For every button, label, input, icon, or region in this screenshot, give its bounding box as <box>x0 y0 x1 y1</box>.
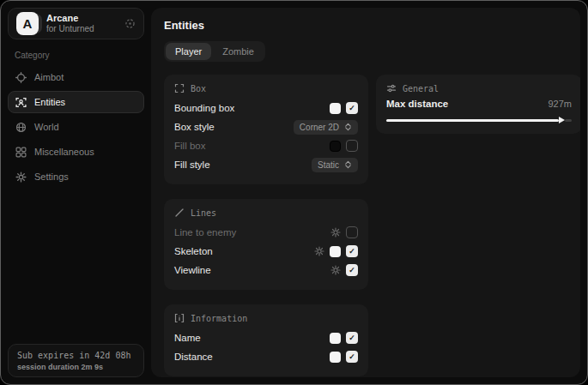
brand-avatar: A <box>16 12 39 35</box>
row-settings-gear-icon[interactable] <box>314 246 324 256</box>
sidebar-nav: Aimbot Entities <box>1 66 151 188</box>
right-column: General Max distance 927m <box>376 75 580 134</box>
app-window: A Arcane for Unturned Category <box>0 0 588 385</box>
color-swatch[interactable] <box>330 103 341 114</box>
viewline-checkbox[interactable] <box>346 264 358 276</box>
main-panel: Entities Player Zombie Box <box>151 8 580 377</box>
setting-row-skeleton: Skeleton <box>174 242 358 261</box>
lines-card: Lines Line to enemy <box>164 199 368 290</box>
name-checkbox[interactable] <box>346 332 358 344</box>
subscription-card: Sub expires in 42d 08h session duration … <box>8 344 144 377</box>
entity-scan-icon <box>15 97 27 108</box>
box-corners-icon <box>174 83 185 93</box>
color-swatch[interactable] <box>330 246 341 257</box>
left-column: Box Bounding box Box style Corner 2D <box>164 75 368 376</box>
tab-zombie[interactable]: Zombie <box>213 43 264 60</box>
lines-card-title: Lines <box>191 208 216 218</box>
slider-track <box>565 119 572 122</box>
slider-thumb[interactable] <box>559 117 565 123</box>
brand-card: A Arcane for Unturned <box>8 8 144 39</box>
general-card: General Max distance 927m <box>376 75 580 134</box>
color-swatch[interactable] <box>330 333 341 344</box>
lines-card-header: Lines <box>174 208 358 218</box>
general-card-title: General <box>403 84 439 93</box>
sidebar-item-label: Aimbot <box>34 72 64 82</box>
information-card-title: Information <box>191 314 247 323</box>
setting-row-distance: Distance <box>174 347 358 366</box>
setting-label: Bounding box <box>174 103 234 113</box>
chevrons-up-down-icon <box>344 160 352 169</box>
globe-icon <box>15 122 27 133</box>
category-label: Category <box>15 51 137 60</box>
information-card-header: Information <box>174 313 358 323</box>
subscription-expiry: Sub expires in 42d 08h <box>17 351 135 360</box>
setting-label: Skeleton <box>174 246 213 256</box>
dropdown-value: Corner 2D <box>300 123 339 132</box>
gear-icon <box>15 171 27 183</box>
page-title: Entities <box>164 19 567 32</box>
brand-name: Arcane <box>46 13 118 24</box>
max-distance-row: Max distance 927m <box>386 99 572 109</box>
sidebar-item-aimbot[interactable]: Aimbot <box>8 66 144 88</box>
box-card: Box Bounding box Box style Corner 2D <box>164 75 368 184</box>
session-duration: session duration 2m 9s <box>17 363 135 371</box>
setting-row-fill-style: Fill style Static <box>174 155 358 174</box>
row-settings-gear-icon[interactable] <box>330 265 341 275</box>
grid-icon <box>15 147 27 158</box>
distance-checkbox[interactable] <box>346 351 358 363</box>
box-style-dropdown[interactable]: Corner 2D <box>294 120 358 135</box>
setting-label: Viewline <box>174 265 211 275</box>
row-settings-gear-icon[interactable] <box>330 227 341 238</box>
max-distance-label: Max distance <box>386 99 448 109</box>
slider-fill <box>386 119 559 122</box>
setting-label: Distance <box>174 352 213 362</box>
target-icon[interactable] <box>124 18 136 29</box>
fill-box-checkbox[interactable] <box>346 140 358 152</box>
setting-row-line-to-enemy: Line to enemy <box>174 223 358 242</box>
box-card-title: Box <box>191 84 206 93</box>
sidebar-item-label: World <box>34 122 59 132</box>
content-area: Box Bounding box Box style Corner 2D <box>164 75 567 376</box>
brand-subtitle: for Unturned <box>46 24 118 34</box>
crosshair-icon <box>15 72 27 83</box>
box-card-header: Box <box>174 83 358 93</box>
sidebar: A Arcane for Unturned Category <box>1 1 151 384</box>
setting-row-fill-box: Fill box <box>174 136 358 155</box>
setting-row-viewline: Viewline <box>174 261 358 280</box>
setting-row-name: Name <box>174 328 358 347</box>
max-distance-value: 927m <box>548 99 572 109</box>
setting-label: Fill style <box>174 159 210 170</box>
sidebar-item-miscellaneous[interactable]: Miscellaneous <box>8 141 144 163</box>
sidebar-item-label: Settings <box>34 171 69 182</box>
information-card: Information Name Distance <box>164 304 368 376</box>
brand-text: Arcane for Unturned <box>46 13 118 33</box>
info-brackets-icon <box>174 313 185 323</box>
max-distance-slider[interactable] <box>386 117 572 123</box>
color-swatch[interactable] <box>330 352 341 363</box>
sidebar-item-world[interactable]: World <box>8 116 144 138</box>
setting-label: Fill box <box>174 141 205 151</box>
chevrons-up-down-icon <box>344 123 352 131</box>
setting-label: Line to enemy <box>174 227 236 238</box>
sidebar-item-entities[interactable]: Entities <box>8 91 144 113</box>
sidebar-item-settings[interactable]: Settings <box>8 165 144 188</box>
tab-player[interactable]: Player <box>166 43 211 60</box>
general-card-header: General <box>386 83 572 93</box>
sliders-icon <box>386 83 397 93</box>
setting-label: Name <box>174 333 201 343</box>
bounding-box-checkbox[interactable] <box>346 102 358 114</box>
sidebar-item-label: Entities <box>34 97 65 107</box>
fill-style-dropdown[interactable]: Static <box>312 158 358 172</box>
line-to-enemy-checkbox[interactable] <box>346 226 358 238</box>
setting-label: Box style <box>174 122 215 132</box>
dropdown-value: Static <box>318 160 339 170</box>
setting-row-box-style: Box style Corner 2D <box>174 117 358 136</box>
skeleton-checkbox[interactable] <box>346 245 358 257</box>
entity-type-tabs: Player Zombie <box>164 41 265 62</box>
sidebar-item-label: Miscellaneous <box>34 147 94 157</box>
brand-logo-letter: A <box>16 12 39 35</box>
color-swatch[interactable] <box>330 141 341 152</box>
diagonal-line-icon <box>174 208 185 218</box>
setting-row-bounding-box: Bounding box <box>174 99 358 117</box>
